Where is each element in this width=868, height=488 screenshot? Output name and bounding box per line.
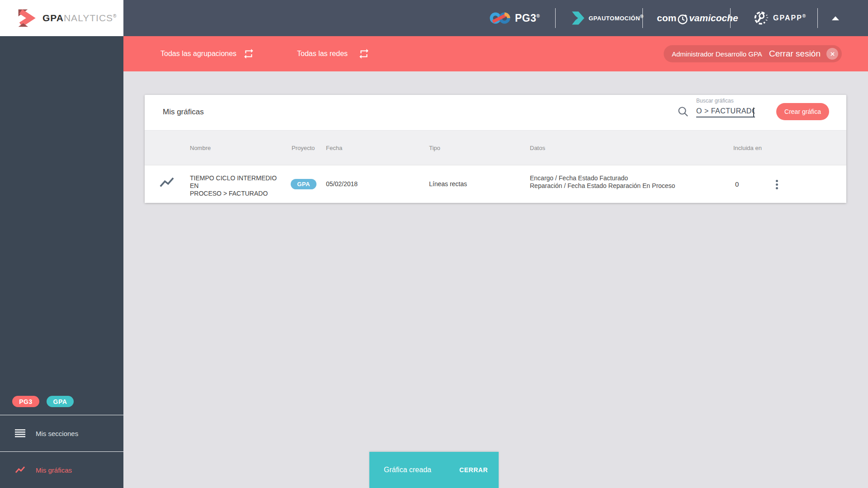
column-header-incluida: Incluida en: [733, 131, 762, 166]
filter-bar: Todas las agrupaciones Todas las redes A…: [123, 36, 868, 71]
create-chart-button[interactable]: Crear gráfica: [776, 103, 829, 120]
clock-icon: [676, 12, 689, 24]
search-icon: [677, 106, 689, 117]
search-input[interactable]: [696, 106, 755, 117]
brand-gpautomocion-label: GPAUTOMOCIÓN®: [589, 14, 644, 22]
brand-pg3: PG3®: [490, 11, 540, 25]
filter-networks-label[interactable]: Todas las redes: [297, 50, 348, 58]
row-menu-icon[interactable]: [771, 178, 782, 191]
gauge-wrench-icon: [752, 10, 769, 26]
cell-fecha: 05/02/2018: [326, 180, 358, 188]
cell-tipo: Líneas rectas: [429, 180, 467, 188]
gpanalytics-logo-text: GPANALYTICS®: [42, 13, 117, 23]
datos-line2: Reparación / Fecha Estado Reparación En …: [530, 182, 724, 190]
brand-comprova-post: vamicoche: [689, 13, 738, 23]
sidebar-item-label: Mis secciones: [36, 430, 78, 437]
badge-gpa[interactable]: GPA: [47, 396, 74, 407]
sidebar: GPANALYTICS® PG3 GPA Mis secciones: [0, 0, 123, 488]
brand-comprova-pre: com: [657, 13, 676, 23]
logout-button[interactable]: Cerrar sesión: [769, 49, 821, 59]
name-line1: TIEMPO CICLO INTERMEDIO EN: [190, 174, 287, 190]
line-chart-icon: [15, 466, 25, 474]
header-divider: [555, 8, 556, 28]
column-header-datos: Datos: [530, 131, 545, 166]
table-header: Nombre Proyecto Fecha Tipo Datos Incluid…: [145, 130, 846, 165]
line-chart-icon: [159, 177, 175, 188]
sidebar-badges: PG3 GPA: [0, 388, 123, 415]
sidebar-item-label: Mis gráficas: [36, 466, 72, 474]
table-row[interactable]: TIEMPO CICLO INTERMEDIO EN PROCESO > FAC…: [145, 165, 846, 203]
logo-light: NALYTICS: [64, 13, 113, 23]
column-header-tipo: Tipo: [429, 131, 440, 166]
page-title: Mis gráficas: [163, 108, 204, 117]
brand-pg3-label: PG3®: [515, 12, 540, 24]
name-line2: PROCESO > FACTURADO: [190, 190, 287, 197]
swap-networks-icon[interactable]: [358, 48, 370, 60]
sidebar-item-mis-secciones[interactable]: Mis secciones: [0, 415, 123, 451]
toast: Gráfica creada CERRAR: [369, 452, 499, 488]
logout-close-icon[interactable]: [826, 48, 838, 60]
user-session-pill: Administrador Desarrollo GPA Cerrar sesi…: [664, 45, 842, 62]
brand-gpapp: GPAPP®: [752, 10, 807, 26]
header-divider: [817, 8, 818, 28]
project-badge: GPA: [291, 179, 316, 189]
sidebar-bottom: PG3 GPA Mis secciones: [0, 388, 123, 488]
toast-message: Gráfica creada: [384, 466, 431, 474]
header-divider: [642, 8, 643, 28]
logo-reg: ®: [113, 14, 117, 19]
text-caret: [753, 108, 754, 117]
sidebar-item-mis-graficas[interactable]: Mis gráficas: [0, 452, 123, 488]
cell-datos: Encargo / Fecha Estado Facturado Reparac…: [530, 174, 724, 190]
badge-pg3[interactable]: PG3: [12, 396, 39, 407]
cell-nombre: TIEMPO CICLO INTERMEDIO EN PROCESO > FAC…: [190, 174, 287, 197]
brand-gpapp-label: GPAPP®: [773, 14, 807, 22]
app-root: GPANALYTICS® PG3 GPA Mis secciones: [0, 0, 868, 488]
brand-comprovamicoche: com vamicoche: [657, 12, 738, 24]
toast-close-button[interactable]: CERRAR: [459, 466, 488, 474]
brand-gpautomocion: GPAUTOMOCIÓN®: [571, 11, 644, 25]
swap-groupings-icon[interactable]: [243, 48, 255, 60]
logo-bold: GPA: [42, 13, 64, 23]
gpanalytics-logo: GPANALYTICS®: [0, 0, 123, 36]
arrow-icon: [571, 11, 585, 25]
column-header-proyecto: Proyecto: [292, 131, 315, 166]
filter-groupings-label[interactable]: Todas las agrupaciones: [160, 50, 236, 58]
search-field: Buscar gráficas: [696, 98, 755, 117]
column-header-fecha: Fecha: [326, 131, 342, 166]
menu-icon: [15, 429, 25, 437]
column-header-nombre: Nombre: [190, 131, 211, 166]
header-divider: [730, 8, 731, 28]
infinity-icon: [490, 11, 510, 25]
top-header: PG3® GPAUTOMOCIÓN® com vamicoch: [123, 0, 868, 36]
collapse-arrow-icon[interactable]: [832, 16, 839, 20]
cell-incluida-en: 0: [735, 180, 739, 188]
search-label: Buscar gráficas: [696, 98, 755, 104]
mis-graficas-card: Mis gráficas Buscar gráficas Crear gráfi…: [145, 95, 846, 203]
gpanalytics-logo-icon: [16, 8, 37, 28]
user-name: Administrador Desarrollo GPA: [672, 50, 762, 58]
datos-line1: Encargo / Fecha Estado Facturado: [530, 174, 724, 182]
